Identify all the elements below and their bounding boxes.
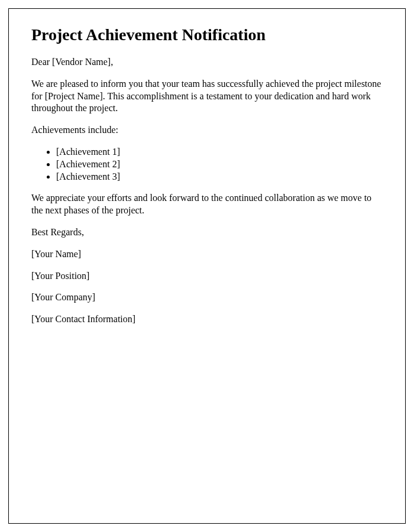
- list-item: [Achievement 1]: [56, 146, 383, 158]
- intro-paragraph: We are pleased to inform you that your t…: [31, 78, 383, 115]
- achievements-label: Achievements include:: [31, 124, 383, 137]
- closing-paragraph: We appreciate your efforts and look forw…: [31, 192, 383, 217]
- achievements-list: [Achievement 1] [Achievement 2] [Achieve…: [56, 146, 383, 183]
- greeting: Dear [Vendor Name],: [31, 56, 383, 69]
- signoff: Best Regards,: [31, 226, 383, 239]
- signature-position: [Your Position]: [31, 270, 383, 283]
- list-item: [Achievement 2]: [56, 158, 383, 171]
- list-item: [Achievement 3]: [56, 171, 383, 183]
- signature-name: [Your Name]: [31, 248, 383, 261]
- signature-company: [Your Company]: [31, 291, 383, 304]
- page-title: Project Achievement Notification: [31, 25, 383, 44]
- document-page: Project Achievement Notification Dear [V…: [8, 8, 406, 524]
- signature-contact: [Your Contact Information]: [31, 313, 383, 326]
